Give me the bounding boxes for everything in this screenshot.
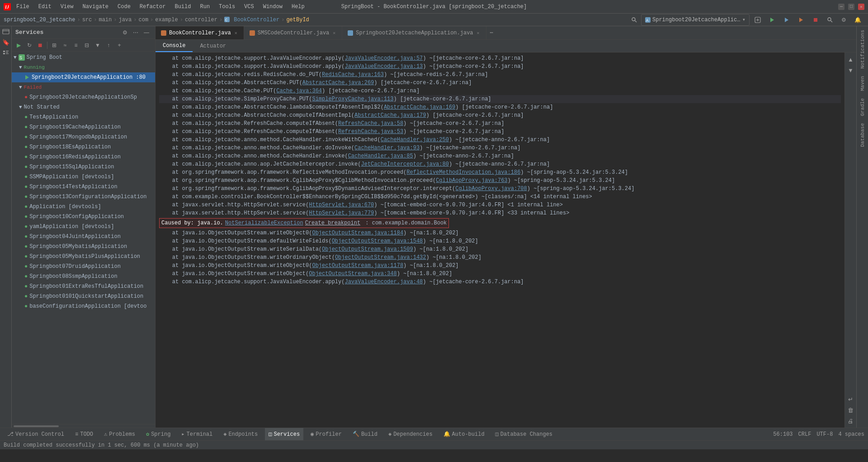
menu-window[interactable]: Window: [261, 3, 284, 11]
settings-gear-button[interactable]: ⚙: [120, 28, 130, 37]
database-tab[interactable]: Database: [858, 119, 867, 151]
tree-item-2[interactable]: ●Springboot17MongodbApplication: [12, 132, 155, 142]
todo-tab[interactable]: ≡ TODO: [71, 428, 97, 441]
spring-tab[interactable]: ✿ Spring: [142, 428, 174, 441]
link-13[interactable]: JetCacheInterceptor.java:80: [361, 161, 448, 167]
menu-view[interactable]: View: [59, 3, 75, 11]
menu-run[interactable]: Run: [198, 3, 212, 11]
breadcrumb-com[interactable]: com: [138, 17, 148, 23]
link-0[interactable]: JavaValueEncoder.java:57: [344, 55, 423, 62]
version-control-tab[interactable]: ⎇ Version Control: [4, 428, 68, 441]
console-output[interactable]: at com.alicp.jetcache.support.JavaValueE…: [156, 52, 844, 428]
breadcrumb-example[interactable]: example: [155, 17, 178, 23]
sort-button[interactable]: ▼: [93, 41, 103, 50]
tree-not-started[interactable]: ▼ Not Started: [12, 102, 155, 112]
tree-item-1[interactable]: ●Springboot19CacheApplication: [12, 122, 155, 132]
more-tabs-button[interactable]: ⋯: [486, 26, 497, 39]
group-button[interactable]: ⊞: [49, 41, 59, 50]
tab-close-2[interactable]: ✕: [476, 30, 481, 36]
breadcrumb-main[interactable]: main: [99, 17, 112, 23]
cursor-position[interactable]: 56:103: [773, 431, 793, 438]
console-tab-actuator[interactable]: Actuator: [193, 40, 233, 52]
link-27[interactable]: JavaValueEncoder.java:48: [344, 279, 423, 285]
project-icon[interactable]: [1, 27, 11, 37]
tree-view-button[interactable]: ≡: [71, 41, 81, 50]
link-25[interactable]: ObjectOutputStream.java:1178: [312, 262, 403, 269]
tree-item-13[interactable]: ●Springboot05MybatisApplication: [12, 242, 155, 252]
tree-item-14[interactable]: ●Springboot05MybatisPlusApplication: [12, 252, 155, 262]
tree-item-10[interactable]: ●Springboot10ConfigApplication: [12, 212, 155, 222]
link-24[interactable]: ObjectOutputStream.java:1432: [335, 254, 426, 261]
settings-button[interactable]: ⚙: [838, 14, 849, 26]
structure-icon[interactable]: [1, 48, 11, 58]
services-tab[interactable]: ◫ Services: [265, 428, 303, 441]
add-service-button[interactable]: +: [114, 41, 124, 50]
charset[interactable]: UTF-8: [816, 431, 833, 438]
link-7[interactable]: AbstractCache.java:179: [354, 112, 426, 119]
debug-button[interactable]: [780, 14, 793, 26]
tree-item-3[interactable]: ●Springboot18EsApplication: [12, 142, 155, 152]
tab-close-1[interactable]: ✕: [332, 30, 336, 36]
profiler-tab[interactable]: ◉ Profiler: [307, 428, 345, 441]
stop-all-button[interactable]: ⏹: [35, 41, 45, 50]
tab-bookcontroller[interactable]: BookController.java ✕: [156, 26, 244, 39]
link-6[interactable]: AbstractCache.java:169: [384, 104, 455, 110]
search-button[interactable]: [824, 14, 836, 26]
tab-springboot20app[interactable]: Springboot20JetcacheApplication.java ✕: [342, 26, 486, 39]
breadcrumb-controller[interactable]: controller: [185, 17, 217, 23]
menu-build[interactable]: Build: [173, 3, 193, 11]
tree-item-17[interactable]: ●Springboot01ExtraResTfulApplication: [12, 281, 155, 291]
tree-item-running-app[interactable]: Springboot20JetcacheApplication :80: [12, 72, 155, 82]
link-4[interactable]: Cache.java:364: [276, 88, 322, 94]
scroll-up-button[interactable]: ▲: [846, 54, 856, 64]
terminal-tab[interactable]: ▸ Terminal: [178, 428, 216, 441]
scroll-down-button[interactable]: ▼: [846, 65, 856, 75]
link-5[interactable]: SimpleProxyCache.java:113: [312, 96, 393, 102]
maven-tab[interactable]: Maven: [858, 72, 867, 95]
tree-item-12[interactable]: ●Springboot04JuintApplication: [12, 232, 155, 242]
run-all-button[interactable]: ▶: [14, 41, 24, 50]
menu-vcs[interactable]: VCS: [242, 3, 256, 11]
menu-tools[interactable]: Tools: [217, 3, 237, 11]
menu-bar[interactable]: File Edit View Navigate Code Refactor Bu…: [14, 3, 307, 11]
options-button[interactable]: ⋯: [131, 28, 141, 37]
tree-item-18[interactable]: ●Springboot0101QuickstartApplication: [12, 291, 155, 301]
minimize-button[interactable]: —: [838, 4, 844, 10]
link-11[interactable]: CacheHandler.java:93: [354, 145, 420, 151]
indent-size[interactable]: 4 spaces: [838, 431, 864, 438]
link-23[interactable]: ObjectOutputStream.java:1509: [322, 246, 413, 252]
menu-refactor[interactable]: Refactor: [138, 3, 168, 11]
link-10[interactable]: CacheHandler.java:250: [381, 137, 449, 143]
line-separator[interactable]: CRLF: [798, 431, 811, 438]
menu-code[interactable]: Code: [116, 3, 132, 11]
notifications-button[interactable]: 🔔: [851, 14, 864, 26]
build-button[interactable]: [751, 14, 764, 26]
tree-failed[interactable]: ▼ Failed: [12, 82, 155, 92]
wrap-button[interactable]: ↵: [846, 394, 856, 404]
tree-item-failed-app[interactable]: ● Springboot20JetcacheApplicationSp: [12, 92, 155, 102]
tree-item-19[interactable]: ●baseConfigurationApplication [devtoo: [12, 301, 155, 311]
link-1[interactable]: JavaValueEncoder.java:13: [344, 63, 423, 70]
link-12[interactable]: CacheHandler.java:85: [348, 153, 413, 159]
tree-item-6[interactable]: ●SSMPApplication [devtools]: [12, 172, 155, 182]
menu-file[interactable]: File: [14, 3, 31, 11]
tree-item-9[interactable]: ●Application [devtools]: [12, 202, 155, 212]
window-controls[interactable]: — □ ✕: [838, 4, 864, 10]
minimize-panel-button[interactable]: —: [142, 28, 151, 37]
link-22[interactable]: ObjectOutputStream.java:1548: [332, 238, 423, 244]
run-button[interactable]: [766, 14, 778, 26]
pin-button[interactable]: ↑: [104, 41, 113, 50]
create-breakpoint-link[interactable]: Create breakpoint: [305, 220, 360, 226]
link-16[interactable]: CglibAopProxy.java:708: [455, 186, 527, 192]
bookmarks-icon[interactable]: 🔖: [1, 38, 11, 48]
stop-button[interactable]: [809, 14, 822, 26]
link-3[interactable]: AbstractCache.java:269: [302, 80, 374, 86]
tree-item-0[interactable]: ●TestApplication: [12, 112, 155, 122]
collapse-button[interactable]: ⊟: [82, 41, 92, 50]
filter-button[interactable]: ≈: [60, 41, 70, 50]
tab-smscodecontroller[interactable]: SMSCodeController.java ✕: [244, 26, 342, 39]
link-26[interactable]: ObjectOutputStream.java:348: [309, 271, 396, 277]
link-15[interactable]: CglibAopProxy.java:763: [436, 177, 507, 184]
tree-item-11[interactable]: ●yamlApplication [devtools]: [12, 222, 155, 232]
not-serializable-link[interactable]: NotSerializableException: [225, 220, 303, 226]
